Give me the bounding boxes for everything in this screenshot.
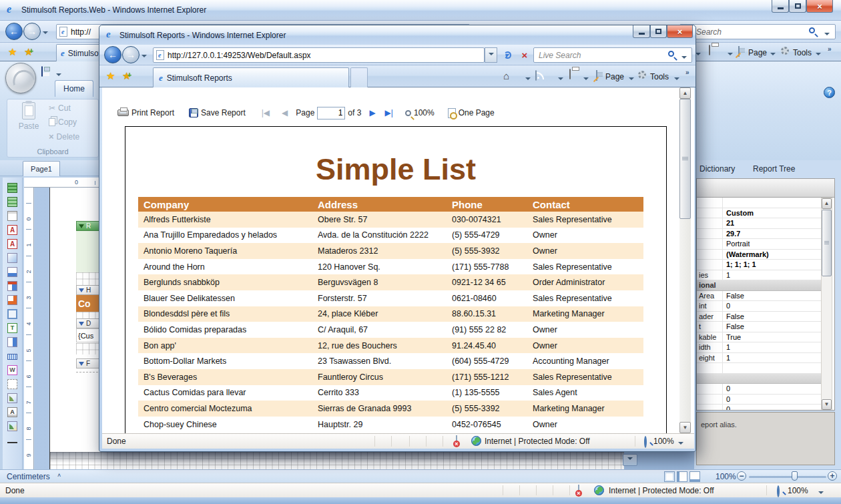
outer-tools-button[interactable]: Tools	[793, 48, 812, 57]
ribbon-tab-home[interactable]: Home	[55, 80, 93, 97]
outer-chevron[interactable]: »	[828, 45, 831, 53]
page-number-input[interactable]	[317, 107, 345, 119]
inner-print-dropdown[interactable]	[583, 77, 589, 83]
app-orb-button[interactable]	[5, 63, 36, 93]
outer-close-button[interactable]: ×	[806, 0, 833, 13]
band-green-icon[interactable]	[6, 181, 19, 194]
property-row[interactable]: idth1	[697, 342, 821, 353]
chart-icon[interactable]	[6, 293, 19, 306]
tab-report-tree[interactable]: Report Tree	[753, 164, 795, 174]
viewer-scroll-thumb[interactable]	[679, 99, 691, 219]
first-page-button[interactable]: |◀	[262, 109, 270, 117]
rss-dropdown[interactable]	[558, 77, 563, 83]
inner-close-button[interactable]: ×	[667, 25, 693, 38]
property-row[interactable]: AreaFalse	[697, 291, 821, 302]
view-mode-2-icon[interactable]	[677, 471, 687, 482]
table-icon[interactable]	[6, 265, 19, 278]
subreport-icon[interactable]	[6, 307, 19, 320]
property-row[interactable]: eight1	[697, 353, 821, 364]
qat-dropdown[interactable]	[56, 73, 61, 79]
inner-address-bar[interactable]: http://127.0.0.1:49253/Web/Default.aspx	[153, 47, 485, 63]
view-mode-1-icon[interactable]	[664, 471, 675, 482]
image-icon[interactable]	[6, 391, 19, 405]
help-icon[interactable]: ?	[824, 87, 835, 98]
outer-tools-dropdown[interactable]	[816, 53, 821, 58]
zoom-in-button[interactable]: +	[828, 471, 837, 481]
units-label[interactable]: Centimeters	[7, 472, 50, 481]
property-row[interactable]: tFalse	[697, 322, 821, 332]
inner-page-button[interactable]: Page	[605, 72, 624, 81]
dashed-region-icon[interactable]	[6, 377, 19, 391]
quick-save-icon[interactable]	[41, 66, 43, 77]
favorites-icon[interactable]: ★	[8, 47, 17, 57]
outer-maximize-button[interactable]	[789, 0, 806, 13]
outer-zoom-dropdown[interactable]	[818, 491, 824, 497]
home-dropdown[interactable]	[525, 77, 531, 83]
outer-forward-button[interactable]: →	[23, 23, 41, 40]
print-dropdown[interactable]	[728, 53, 733, 58]
property-row[interactable]: 29.7	[697, 229, 821, 240]
crosstab-icon[interactable]	[6, 279, 19, 292]
new-tab-stub[interactable]	[350, 67, 368, 87]
inner-tools-button[interactable]: Tools	[650, 72, 669, 81]
zoom-button[interactable]: 100%	[405, 108, 435, 117]
live-search-box[interactable]: Live Search	[533, 47, 692, 63]
search-icon[interactable]	[809, 27, 815, 33]
outer-history-dropdown[interactable]	[43, 31, 48, 37]
tools-gear-icon[interactable]	[781, 47, 789, 55]
panel-scrollbar[interactable]: ▲ ▼	[821, 198, 832, 411]
outer-search-box[interactable]: Search	[679, 24, 836, 39]
inner-search-dropdown[interactable]	[681, 56, 687, 61]
delete-button[interactable]: ×Delete	[49, 132, 79, 142]
outer-zoom-icon[interactable]	[777, 485, 780, 497]
save-report-button[interactable]: Save Report	[189, 108, 246, 117]
refresh-button[interactable]	[500, 47, 515, 63]
property-row[interactable]	[697, 198, 821, 208]
print-report-button[interactable]: Print Report	[117, 108, 174, 117]
view-mode-3-icon[interactable]	[689, 471, 700, 482]
property-row[interactable]: 0	[697, 384, 821, 395]
inner-back-button[interactable]: ←	[104, 46, 121, 63]
inner-forward-button[interactable]: →	[122, 46, 139, 63]
inner-add-favorite-icon[interactable]: ★+	[122, 71, 131, 81]
next-page-button[interactable]: ▶	[369, 109, 375, 117]
property-row[interactable]: 1; 1; 1; 1	[697, 260, 821, 270]
panel-gradient-icon[interactable]	[6, 251, 19, 264]
panel-scroll-up[interactable]: ▲	[822, 198, 832, 209]
property-row[interactable]: aderFalse	[697, 312, 821, 322]
inner-zoom-dropdown[interactable]	[678, 442, 683, 447]
picture-icon[interactable]	[6, 419, 19, 433]
search-options-dropdown[interactable]	[824, 33, 830, 38]
canvas-scroll-down-button[interactable]	[623, 454, 637, 466]
outer-page-dropdown[interactable]	[770, 53, 776, 58]
zoom-out-button[interactable]: −	[737, 471, 746, 481]
panel-scroll-down[interactable]: ▼	[822, 399, 832, 410]
property-row[interactable]: 0	[697, 405, 821, 411]
viewer-scrollbar[interactable]: ▲ ▼	[679, 87, 691, 433]
inner-search-icon[interactable]	[668, 51, 674, 57]
property-row[interactable]: ies1	[697, 270, 821, 281]
inner-chevron[interactable]: »	[685, 69, 689, 76]
property-row[interactable]: Custom	[697, 208, 821, 219]
viewer-scroll-down[interactable]: ▼	[679, 422, 691, 433]
property-row[interactable]: 0	[697, 395, 821, 405]
outer-minimize-button[interactable]	[772, 0, 789, 13]
property-row[interactable]: kableTrue	[697, 332, 821, 343]
last-page-button[interactable]: ▶|	[385, 109, 393, 117]
property-row[interactable]	[697, 363, 821, 374]
text-red-a2-icon[interactable]: A	[6, 237, 19, 250]
property-row[interactable]: int0	[697, 301, 821, 312]
outer-status-zoom[interactable]: 100%	[788, 486, 808, 495]
inner-favorites-icon[interactable]: ★	[106, 71, 115, 81]
add-favorite-icon[interactable]: ★+	[24, 47, 33, 57]
outer-back-button[interactable]: ←	[5, 23, 23, 40]
line-icon[interactable]	[6, 433, 19, 447]
address-dropdown-button[interactable]	[485, 47, 497, 63]
inner-maximize-button[interactable]	[650, 25, 667, 38]
stop-button[interactable]: ×	[517, 47, 532, 63]
home-icon[interactable]: ⌂	[503, 71, 509, 81]
page-menu-icon[interactable]	[738, 46, 740, 57]
inner-tab[interactable]: e Stimulsoft Reports	[153, 67, 349, 87]
rss-icon[interactable]	[535, 70, 537, 81]
band-green2-icon[interactable]	[6, 195, 19, 208]
